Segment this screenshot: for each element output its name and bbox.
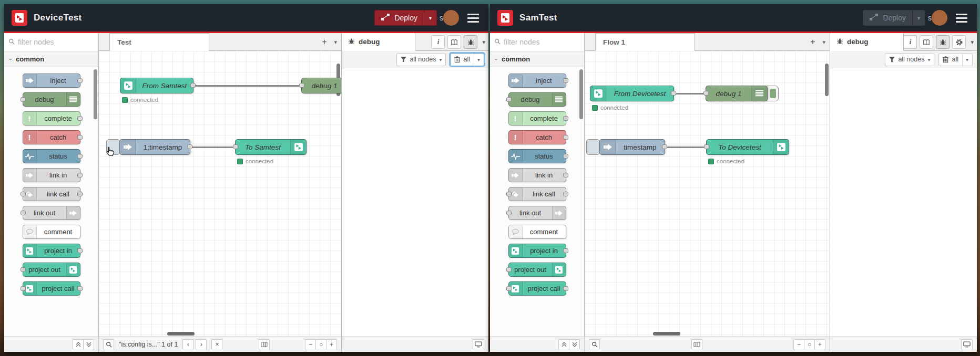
zoom-out-button[interactable]: − <box>793 339 804 350</box>
sidebar-dropdown-caret[interactable]: ▾ <box>482 39 485 46</box>
palette-node-status[interactable]: status <box>508 149 566 163</box>
clear-messages-button[interactable]: all▾ <box>938 53 973 66</box>
search-next-button[interactable]: › <box>196 339 207 350</box>
palette-category-common[interactable]: › common <box>490 51 584 67</box>
sidebar-dropdown-caret[interactable]: ▾ <box>971 39 974 46</box>
input-port[interactable] <box>506 97 512 102</box>
deploy-button[interactable]: Deploy ▾ <box>863 10 925 26</box>
input-port[interactable] <box>506 286 512 291</box>
canvas-search-button[interactable] <box>103 339 114 350</box>
deploy-button[interactable]: Deploy ▾ <box>374 10 437 26</box>
flow-tab-test[interactable]: Test <box>109 33 209 51</box>
palette-expand-all-button[interactable] <box>73 339 84 350</box>
palette-collapse-all-button[interactable] <box>83 339 94 350</box>
flow-list-caret[interactable]: ▾ <box>334 39 337 46</box>
device-view-button[interactable] <box>473 339 484 350</box>
user-avatar[interactable]: s <box>932 10 947 26</box>
output-port[interactable] <box>190 83 196 88</box>
flow-canvas[interactable]: From Devicetest connected debug 1 <box>585 51 830 337</box>
input-port[interactable] <box>21 286 26 291</box>
input-port[interactable] <box>506 211 512 215</box>
search-prev-button[interactable]: ‹ <box>182 339 193 350</box>
zoom-in-button[interactable]: + <box>814 339 825 350</box>
input-port[interactable] <box>704 144 709 149</box>
output-port[interactable] <box>563 248 568 253</box>
deploy-dropdown-caret[interactable]: ▾ <box>912 11 925 25</box>
palette-scrollbar[interactable] <box>94 69 97 119</box>
input-port[interactable] <box>506 267 512 272</box>
canvas-vertical-scrollbar[interactable] <box>825 64 829 96</box>
inject-button[interactable] <box>586 139 600 155</box>
palette-node-complete[interactable]: ! complete <box>23 111 80 125</box>
zoom-reset-button[interactable]: ○ <box>315 339 326 350</box>
filter-nodes-button[interactable]: all nodes▾ <box>885 53 934 66</box>
palette-node-status[interactable]: status <box>23 149 80 163</box>
output-port[interactable] <box>187 144 192 149</box>
palette-node-project-in[interactable]: project in <box>23 244 80 258</box>
palette-node-debug[interactable]: debug <box>23 92 80 107</box>
palette-node-project-in[interactable]: project in <box>508 244 566 258</box>
palette-node-catch[interactable]: ! catch <box>23 130 80 144</box>
output-port[interactable] <box>563 154 568 159</box>
zoom-out-button[interactable]: − <box>305 339 316 350</box>
add-flow-button[interactable]: + <box>322 37 326 47</box>
output-port[interactable] <box>563 78 568 83</box>
flow-tab-flow1[interactable]: Flow 1 <box>595 33 695 51</box>
search-close-button[interactable]: × <box>211 339 222 350</box>
canvas-horizontal-scrollbar[interactable] <box>167 332 195 336</box>
flow-node-to-samtest[interactable]: To Samtest <box>235 139 307 155</box>
input-port[interactable] <box>703 91 709 96</box>
flow-node-debug1[interactable]: debug 1 <box>301 78 341 93</box>
input-port[interactable] <box>233 144 238 149</box>
palette-node-comment[interactable]: comment <box>508 225 566 239</box>
output-port[interactable] <box>77 286 83 291</box>
input-port[interactable] <box>506 192 512 196</box>
output-port[interactable] <box>77 78 83 83</box>
palette-expand-all-button[interactable] <box>558 339 569 350</box>
flow-node-from-devicetest[interactable]: From Devicetest <box>590 86 674 101</box>
palette-node-link-call[interactable]: link call <box>508 187 566 201</box>
device-view-button[interactable] <box>961 339 973 350</box>
palette-collapse-all-button[interactable] <box>569 339 580 350</box>
navigator-button[interactable] <box>259 339 270 350</box>
output-port[interactable] <box>77 135 83 140</box>
output-port[interactable] <box>662 144 667 149</box>
palette-search[interactable] <box>4 33 98 51</box>
flow-node-to-devicetest[interactable]: To Devicetest <box>706 139 789 155</box>
sidebar-tab-debug[interactable]: debug <box>342 33 415 51</box>
output-port[interactable] <box>77 173 83 177</box>
canvas-horizontal-scrollbar[interactable] <box>653 332 680 336</box>
flow-list-caret[interactable]: ▾ <box>822 39 825 46</box>
info-button[interactable]: i <box>431 35 445 49</box>
gear-icon[interactable] <box>952 35 966 49</box>
output-port[interactable] <box>563 116 568 121</box>
palette-node-link-in[interactable]: link in <box>23 168 80 182</box>
flow-canvas[interactable]: From Samtest connected debug 1 <box>99 51 341 337</box>
flow-node-timestamp[interactable]: timestamp <box>599 139 665 155</box>
output-port[interactable] <box>563 192 568 196</box>
palette-node-link-out[interactable]: link out <box>508 206 566 220</box>
sidebar-tab-debug[interactable]: debug <box>830 33 904 51</box>
clear-messages-button[interactable]: all▾ <box>450 53 484 66</box>
user-avatar[interactable]: s <box>443 10 459 26</box>
output-port[interactable] <box>77 248 83 253</box>
deploy-dropdown-caret[interactable]: ▾ <box>424 11 436 25</box>
input-port[interactable] <box>21 192 26 196</box>
wire[interactable] <box>192 146 237 148</box>
palette-category-common[interactable]: › common <box>4 51 98 67</box>
palette-node-project-call[interactable]: project call <box>508 281 566 296</box>
output-port[interactable] <box>563 173 568 177</box>
palette-node-debug[interactable]: debug <box>508 92 566 107</box>
palette-node-inject[interactable]: inject <box>508 74 566 88</box>
info-button[interactable]: i <box>903 35 917 49</box>
palette-node-complete[interactable]: ! complete <box>508 111 566 125</box>
input-port[interactable] <box>21 211 26 215</box>
palette-node-link-out[interactable]: link out <box>23 206 80 220</box>
palette-node-catch[interactable]: ! catch <box>508 130 566 144</box>
wire[interactable] <box>676 93 707 95</box>
palette-node-project-out[interactable]: project out <box>508 263 566 277</box>
help-button[interactable] <box>920 35 933 49</box>
avatar[interactable] <box>443 10 459 26</box>
output-port[interactable] <box>671 91 676 96</box>
input-port[interactable] <box>299 83 304 88</box>
